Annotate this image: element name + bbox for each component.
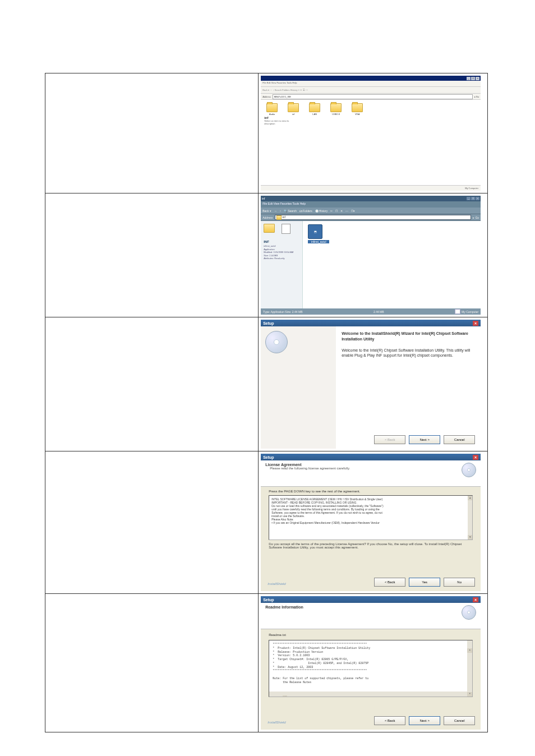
wizard-sidebar xyxy=(261,326,336,449)
window-title: Setup xyxy=(263,321,274,325)
wizard-heading: License Agreement xyxy=(265,463,350,467)
folder-item[interactable]: LAN xyxy=(308,103,321,116)
window-title: Setup xyxy=(263,455,274,459)
folder-icon xyxy=(266,103,278,112)
wizard-subheading: Please read the following license agreem… xyxy=(270,467,350,470)
folder-item[interactable]: inf xyxy=(287,103,300,116)
maximize-icon[interactable]: □ xyxy=(471,77,475,80)
disc-icon xyxy=(462,463,476,477)
maximize-icon[interactable]: □ xyxy=(471,197,475,200)
folder-icon xyxy=(288,103,299,112)
back-button: < Back xyxy=(374,435,405,444)
go-button[interactable]: ▸ Go xyxy=(474,95,479,98)
views-button[interactable]: ☐▾ xyxy=(351,209,355,213)
status-type: Type: Application Size: 2.44 MB xyxy=(263,310,302,314)
wizard-heading: Welcome to the InstallShield(R) Wizard f… xyxy=(342,331,475,342)
titlebar[interactable]: Setup × xyxy=(261,454,481,460)
readme-label: Readme.txt xyxy=(261,629,481,637)
cancel-button[interactable]: Cancel xyxy=(444,716,475,725)
scroll-up-icon[interactable]: ▴ xyxy=(468,496,472,500)
next-button[interactable]: Next > xyxy=(409,716,440,725)
info-panel: INF infinst_autol Application Modified: … xyxy=(261,221,303,311)
copy-icon[interactable]: ☐ xyxy=(335,209,338,213)
scroll-down-icon[interactable]: ▾ xyxy=(468,535,472,540)
close-icon[interactable]: × xyxy=(476,77,479,80)
folder-icon xyxy=(352,103,363,112)
scrollbar-horizontal[interactable]: ◂ ▸ xyxy=(269,692,467,697)
folders-button[interactable]: 🗂 Folders xyxy=(299,209,312,213)
status-location: My Computer xyxy=(462,310,478,314)
folder-icon xyxy=(309,103,320,112)
scroll-left-icon[interactable]: ◂ xyxy=(283,695,287,697)
go-button[interactable]: ▸ Go xyxy=(473,216,479,219)
info-panel: inf Select an item to view its descripti… xyxy=(264,116,309,125)
back-button[interactable]: Back ▾ xyxy=(262,209,271,213)
window-title: Setup xyxy=(263,598,274,602)
minimize-icon[interactable]: _ xyxy=(467,77,471,80)
file-list: ⬒ infinst_autol xyxy=(308,224,329,243)
titlebar[interactable]: inf _ □ × xyxy=(261,196,481,201)
address-label: Address xyxy=(262,95,271,98)
folder-item[interactable]: USB2.0 xyxy=(329,103,343,116)
folder-item[interactable]: VGA xyxy=(350,103,364,116)
toolbar[interactable]: Back ▾ → ↑ Search Folders History ✂ ✕ ☰ … xyxy=(261,87,481,94)
next-button[interactable]: Next > xyxy=(409,435,440,444)
forward-button[interactable]: → xyxy=(274,209,277,213)
search-button[interactable]: 🔍 Search xyxy=(284,209,297,213)
status-bar: My Computer xyxy=(261,185,481,191)
computer-icon xyxy=(455,309,460,314)
close-icon[interactable]: × xyxy=(473,597,478,602)
history-button[interactable]: 🕓 History xyxy=(315,209,328,213)
address-bar: Address MB47s10#1_ISE ▸ Go xyxy=(261,94,481,100)
close-icon[interactable]: × xyxy=(476,197,479,200)
window-title: inf xyxy=(262,197,265,200)
titlebar[interactable]: Setup × xyxy=(261,320,481,326)
status-bar: Type: Application Size: 2.44 MB 2.44 MB … xyxy=(261,308,481,315)
cut-icon[interactable]: ✂ xyxy=(330,209,333,213)
menubar[interactable]: File Edit View Favorites Tools Help xyxy=(261,201,481,208)
address-input[interactable]: inf xyxy=(275,215,472,220)
instruction-text: Press the PAGE DOWN key to see the rest … xyxy=(261,487,481,493)
scroll-down-icon[interactable]: ▾ xyxy=(467,692,472,697)
wizard-body: Welcome to the Intel(R) Chipset Software… xyxy=(342,348,475,359)
titlebar[interactable]: _ □ × xyxy=(261,76,481,81)
scrollbar-vertical[interactable]: ▴ ▾ xyxy=(467,640,472,697)
address-input[interactable]: MB47s10#1_ISE xyxy=(273,94,473,99)
setup-welcome-dialog: Setup × Welcome to the InstallShield(R) … xyxy=(261,320,481,449)
brand-label: InstallShield xyxy=(268,721,285,724)
file-icon xyxy=(282,224,290,234)
back-button[interactable]: < Back xyxy=(374,716,405,725)
minimize-icon[interactable]: _ xyxy=(467,197,471,200)
delete-icon[interactable]: ✕ xyxy=(340,209,343,213)
toolbar[interactable]: Back ▾ → ↑ 🔍 Search 🗂 Folders 🕓 History … xyxy=(261,208,481,214)
wizard-heading: Readme Information xyxy=(265,605,303,609)
close-icon[interactable]: × xyxy=(473,321,478,326)
folder-icon xyxy=(330,103,342,112)
cancel-button[interactable]: Cancel xyxy=(444,435,475,444)
undo-icon[interactable]: ⋯ xyxy=(345,209,348,213)
scrollbar-vertical[interactable]: ▴ ▾ xyxy=(468,496,472,540)
up-button[interactable]: ↑ xyxy=(280,209,282,213)
file-label[interactable]: infinst_autol xyxy=(308,240,329,243)
titlebar[interactable]: Setup × xyxy=(261,596,481,603)
brand-label: InstallShield xyxy=(268,582,285,586)
folder-icon xyxy=(276,215,282,220)
status-location: My Computer xyxy=(465,187,478,190)
disc-icon xyxy=(462,605,476,620)
no-button[interactable]: No xyxy=(444,578,475,587)
license-textarea[interactable]: INTEL SOFTWARE LICENSE AGREEMENT (OEM / … xyxy=(269,495,473,540)
back-button[interactable]: < Back xyxy=(374,578,405,587)
menubar[interactable]: File Edit View Favorites Tools Help xyxy=(261,81,481,87)
panel-line: Attributes: Read-only xyxy=(264,257,299,260)
scroll-up-icon[interactable]: ▴ xyxy=(467,648,472,653)
address-bar: Address inf ▸ Go xyxy=(261,214,481,221)
address-label: Address xyxy=(262,216,273,219)
explorer-window-2: inf _ □ × File Edit View Favorites Tools… xyxy=(261,196,481,315)
readme-textarea[interactable]: ****************************************… xyxy=(269,640,473,697)
setup-license-dialog: Setup × License Agreement Please read th… xyxy=(261,454,481,591)
yes-button[interactable]: Yes xyxy=(409,578,440,587)
close-icon[interactable]: × xyxy=(473,455,478,460)
application-icon[interactable]: ⬒ xyxy=(308,224,322,239)
folder-item[interactable]: Audio xyxy=(265,103,279,116)
disc-icon xyxy=(265,331,288,353)
